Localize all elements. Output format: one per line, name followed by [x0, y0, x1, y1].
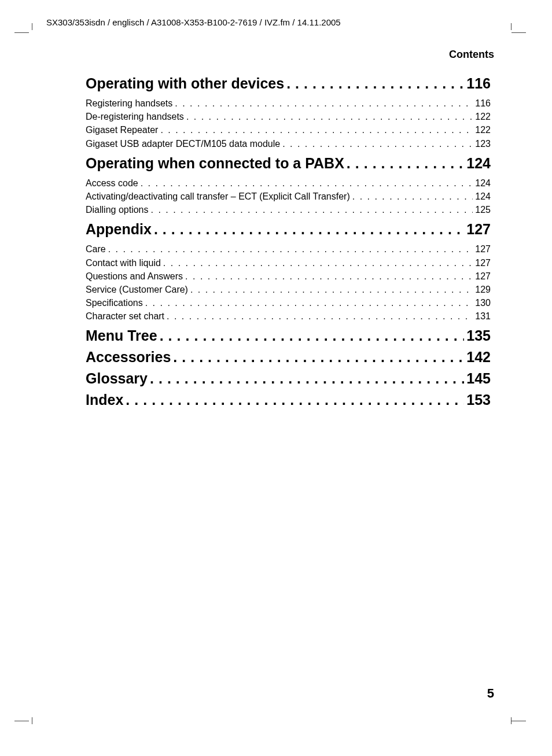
toc-section-page: 135	[466, 327, 491, 344]
crop-mark	[32, 23, 32, 30]
toc-entry-title: Access code	[86, 176, 138, 190]
toc-entry-page: 123	[475, 137, 491, 150]
toc-entry: Registering handsets . . . . . . . . . .…	[86, 97, 491, 110]
page-number: 5	[487, 686, 494, 701]
toc-section-title: Index	[86, 392, 123, 408]
toc-section-title: Operating with other devices	[86, 75, 284, 92]
toc-section-title: Menu Tree	[86, 327, 157, 344]
toc-leader-dots: ........................................…	[160, 327, 465, 344]
toc-subentries: Access code . . . . . . . . . . . . . . …	[86, 176, 491, 217]
toc-entry-page: 122	[475, 123, 491, 137]
toc-leader-dots: . . . . . . . . . . . . . . . . . . . . …	[160, 123, 473, 137]
toc-entry-title: Questions and Answers	[86, 270, 183, 283]
toc-entry-page: 124	[475, 190, 491, 203]
toc-leader-dots: . . . . . . . . . . . . . . . . . . . . …	[186, 110, 473, 123]
toc-entry: Gigaset Repeater . . . . . . . . . . . .…	[86, 123, 491, 137]
toc-entry: Service (Customer Care) . . . . . . . . …	[86, 283, 491, 296]
toc-entry-page: 127	[475, 242, 491, 256]
crop-mark	[511, 32, 526, 33]
toc-entry: De-registering handsets . . . . . . . . …	[86, 110, 491, 123]
toc-leader-dots: ........................................…	[154, 221, 464, 238]
toc-entry: Character set chart . . . . . . . . . . …	[86, 309, 491, 323]
header-path: SX303/353isdn / englisch / A31008-X353-B…	[46, 17, 341, 27]
toc-entry-title: Service (Customer Care)	[86, 283, 188, 296]
crop-mark	[14, 32, 29, 33]
toc-leader-dots: . . . . . . . . . . . . . . . . . . . . …	[145, 296, 473, 309]
toc-section: Menu Tree ..............................…	[86, 327, 491, 344]
toc-entry-title: Contact with liquid	[86, 256, 161, 270]
toc-leader-dots: . . . . . . . . . . . . . . . . . . . . …	[141, 176, 473, 190]
toc-entry: Access code . . . . . . . . . . . . . . …	[86, 176, 491, 190]
toc-entry-title: Dialling options	[86, 203, 149, 216]
toc-leader-dots: . . . . . . . . . . . . . . . . . . . . …	[282, 137, 473, 150]
contents-label: Contents	[449, 49, 494, 61]
toc-leader-dots: ........................................…	[173, 349, 464, 366]
toc-section-heading: Menu Tree ..............................…	[86, 327, 491, 344]
toc-entry-page: 122	[475, 110, 491, 123]
toc-entry: Care . . . . . . . . . . . . . . . . . .…	[86, 242, 491, 256]
toc-leader-dots: ........................................…	[150, 370, 464, 387]
toc-entry-page: 131	[475, 309, 491, 323]
toc-entry-page: 125	[475, 203, 491, 216]
toc-entry: Dialling options . . . . . . . . . . . .…	[86, 203, 491, 216]
toc-entry: Questions and Answers . . . . . . . . . …	[86, 270, 491, 283]
toc-section-title: Accessories	[86, 349, 171, 366]
toc-leader-dots: . . . . . . . . . . . . . . . . . . . . …	[108, 242, 473, 256]
toc-entry-page: 124	[475, 176, 491, 190]
toc-section-heading: Index ..................................…	[86, 392, 491, 408]
toc-entry-title: De-registering handsets	[86, 110, 184, 123]
toc-section-heading: Accessories ............................…	[86, 349, 491, 366]
toc-subentries: Registering handsets . . . . . . . . . .…	[86, 97, 491, 150]
toc-leader-dots: . . . . . . . . . . . . . . . . . . . . …	[163, 256, 473, 270]
toc-section: Accessories ............................…	[86, 349, 491, 366]
toc-section: Operating when connected to a PABX .....…	[86, 155, 491, 217]
toc-entry-title: Gigaset USB adapter DECT/M105 data modul…	[86, 137, 280, 150]
toc-section-title: Operating when connected to a PABX	[86, 155, 344, 172]
toc-section-page: 153	[466, 392, 491, 408]
toc-section: Glossary ...............................…	[86, 370, 491, 387]
toc-entry-page: 130	[475, 296, 491, 309]
toc-section-page: 142	[466, 349, 491, 366]
toc-section-title: Glossary	[86, 370, 148, 387]
toc-entry: Gigaset USB adapter DECT/M105 data modul…	[86, 137, 491, 150]
crop-mark	[511, 23, 511, 30]
toc-section-heading: Operating with other devices ...........…	[86, 75, 491, 92]
toc-entry-page: 127	[475, 270, 491, 283]
toc-subentries: Care . . . . . . . . . . . . . . . . . .…	[86, 242, 491, 323]
toc-section-page: 127	[466, 221, 491, 238]
toc-section: Index ..................................…	[86, 392, 491, 408]
table-of-contents: Operating with other devices ...........…	[86, 71, 491, 413]
toc-entry-title: Activating/deactivating call transfer – …	[86, 190, 350, 203]
toc-entry-title: Care	[86, 242, 106, 256]
toc-section-heading: Appendix ...............................…	[86, 221, 491, 238]
toc-entry: Contact with liquid . . . . . . . . . . …	[86, 256, 491, 270]
toc-leader-dots: . . . . . . . . . . . . . . . . . . . . …	[185, 270, 473, 283]
crop-mark	[511, 721, 526, 721]
toc-section-page: 145	[466, 370, 491, 387]
toc-entry: Specifications . . . . . . . . . . . . .…	[86, 296, 491, 309]
toc-section-heading: Operating when connected to a PABX .....…	[86, 155, 491, 172]
toc-entry-page: 116	[475, 97, 491, 110]
toc-section-page: 116	[466, 75, 491, 92]
toc-leader-dots: . . . . . . . . . . . . . . . . . . . . …	[151, 203, 473, 216]
toc-leader-dots: . . . . . . . . . . . . . . . . . . . . …	[352, 190, 473, 203]
toc-entry: Activating/deactivating call transfer – …	[86, 190, 491, 203]
crop-mark	[32, 717, 32, 724]
toc-entry-page: 127	[475, 256, 491, 270]
toc-leader-dots: ........................................…	[126, 392, 464, 408]
toc-leader-dots: . . . . . . . . . . . . . . . . . . . . …	[190, 283, 473, 296]
toc-section-page: 124	[466, 155, 491, 172]
toc-entry-title: Gigaset Repeater	[86, 123, 158, 137]
toc-entry-page: 129	[475, 283, 491, 296]
toc-leader-dots: ........................................…	[347, 155, 464, 172]
toc-section: Operating with other devices ...........…	[86, 75, 491, 150]
toc-section: Appendix ...............................…	[86, 221, 491, 323]
toc-leader-dots: . . . . . . . . . . . . . . . . . . . . …	[167, 309, 473, 323]
toc-entry-title: Specifications	[86, 296, 143, 309]
toc-section-heading: Glossary ...............................…	[86, 370, 491, 387]
toc-entry-title: Character set chart	[86, 309, 164, 323]
toc-section-title: Appendix	[86, 221, 152, 238]
crop-mark	[14, 721, 29, 721]
toc-entry-title: Registering handsets	[86, 97, 172, 110]
toc-leader-dots: ........................................…	[286, 75, 464, 92]
